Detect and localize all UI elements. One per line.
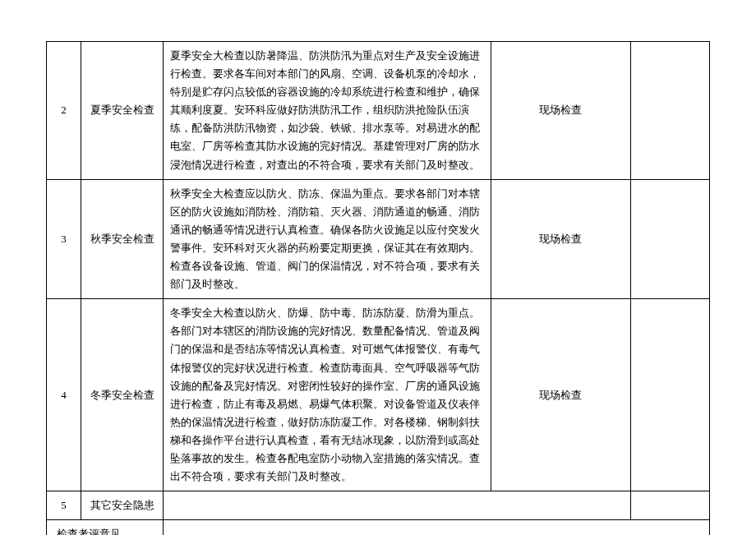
table-row: 5 其它安全隐患: [47, 491, 710, 520]
row-result: [630, 299, 709, 491]
row-content: 夏季安全大检查以防暑降温、防洪防汛为重点对生产及安全设施进行检查。要求各车间对本…: [164, 42, 491, 180]
table-row: 2 夏季安全检查 夏季安全大检查以防暑降温、防洪防汛为重点对生产及安全设施进行检…: [47, 42, 710, 180]
row-num: 4: [47, 299, 81, 491]
row-name: 秋季安全检查: [81, 179, 164, 299]
row-content: [164, 491, 631, 520]
row-content: 冬季安全大检查以防火、防爆、防中毒、防冻防凝、防滑为重点。各部门对本辖区的消防设…: [164, 299, 491, 491]
row-name: 夏季安全检查: [81, 42, 164, 180]
row-name: 其它安全隐患: [81, 491, 164, 520]
opinion-label: 检查考评意见: [47, 520, 164, 535]
row-method: 现场检查: [491, 299, 630, 491]
row-num: 2: [47, 42, 81, 180]
row-content: 秋季安全大检查应以防火、防冻、保温为重点。要求各部门对本辖区的防火设施如消防栓、…: [164, 179, 491, 299]
row-num: 5: [47, 491, 81, 520]
table-row: 3 秋季安全检查 秋季安全大检查应以防火、防冻、保温为重点。要求各部门对本辖区的…: [47, 179, 710, 299]
safety-inspection-table: 2 夏季安全检查 夏季安全大检查以防暑降温、防洪防汛为重点对生产及安全设施进行检…: [46, 41, 710, 535]
row-method: 现场检查: [491, 179, 630, 299]
opinion-row: 检查考评意见: [47, 520, 710, 535]
row-result: [630, 491, 709, 520]
table-row: 4 冬季安全检查 冬季安全大检查以防火、防爆、防中毒、防冻防凝、防滑为重点。各部…: [47, 299, 710, 491]
opinion-value: [164, 520, 710, 535]
row-result: [630, 42, 709, 180]
row-method: 现场检查: [491, 42, 630, 180]
row-num: 3: [47, 179, 81, 299]
row-result: [630, 179, 709, 299]
row-name: 冬季安全检查: [81, 299, 164, 491]
